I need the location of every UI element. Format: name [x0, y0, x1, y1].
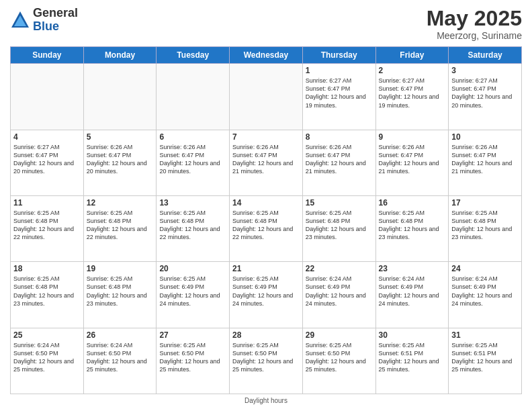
day-number: 6	[159, 132, 226, 142]
day-info: Sunrise: 6:27 AM Sunset: 6:47 PM Dayligh…	[451, 77, 519, 109]
logo: General Blue	[10, 7, 78, 34]
calendar-cell: 19Sunrise: 6:25 AM Sunset: 6:48 PM Dayli…	[83, 262, 157, 328]
calendar-cell: 8Sunrise: 6:26 AM Sunset: 6:47 PM Daylig…	[302, 130, 375, 195]
day-number: 23	[379, 264, 446, 273]
calendar-cell: 7Sunrise: 6:26 AM Sunset: 6:47 PM Daylig…	[230, 130, 303, 195]
col-header-sunday: Sunday	[11, 47, 84, 64]
header: General Blue May 2025 Meerzorg, Suriname	[10, 7, 522, 41]
day-number: 25	[13, 330, 81, 340]
day-info: Sunrise: 6:25 AM Sunset: 6:49 PM Dayligh…	[159, 275, 226, 308]
calendar-cell: 26Sunrise: 6:24 AM Sunset: 6:50 PM Dayli…	[83, 328, 157, 394]
calendar-table: SundayMondayTuesdayWednesdayThursdayFrid…	[10, 46, 522, 394]
day-info: Sunrise: 6:25 AM Sunset: 6:48 PM Dayligh…	[159, 209, 226, 242]
day-number: 31	[451, 330, 519, 340]
calendar-cell: 31Sunrise: 6:25 AM Sunset: 6:51 PM Dayli…	[449, 328, 522, 394]
day-number: 29	[306, 330, 373, 340]
day-info: Sunrise: 6:25 AM Sunset: 6:48 PM Dayligh…	[13, 209, 81, 242]
footer-text: Daylight hours	[245, 397, 287, 404]
page: General Blue May 2025 Meerzorg, Suriname…	[0, 0, 532, 411]
day-number: 30	[379, 330, 446, 340]
day-info: Sunrise: 6:24 AM Sunset: 6:50 PM Dayligh…	[87, 341, 154, 374]
day-info: Sunrise: 6:25 AM Sunset: 6:50 PM Dayligh…	[232, 341, 300, 374]
day-info: Sunrise: 6:25 AM Sunset: 6:48 PM Dayligh…	[306, 209, 373, 242]
day-info: Sunrise: 6:25 AM Sunset: 6:51 PM Dayligh…	[451, 341, 519, 374]
footer: Daylight hours	[10, 394, 522, 404]
month-title: May 2025	[427, 7, 522, 30]
day-info: Sunrise: 6:27 AM Sunset: 6:47 PM Dayligh…	[13, 143, 81, 176]
day-number: 20	[159, 264, 226, 273]
day-number: 15	[306, 198, 373, 208]
col-header-saturday: Saturday	[449, 47, 522, 64]
col-header-monday: Monday	[83, 47, 157, 64]
day-info: Sunrise: 6:24 AM Sunset: 6:50 PM Dayligh…	[13, 341, 81, 374]
day-number: 22	[306, 264, 373, 273]
day-info: Sunrise: 6:25 AM Sunset: 6:48 PM Dayligh…	[379, 209, 446, 242]
day-number: 2	[379, 66, 446, 75]
day-number: 27	[159, 330, 226, 340]
calendar-cell: 5Sunrise: 6:26 AM Sunset: 6:47 PM Daylig…	[83, 130, 157, 195]
day-number: 18	[13, 264, 81, 273]
day-number: 1	[306, 66, 373, 75]
day-number: 4	[13, 132, 81, 142]
day-info: Sunrise: 6:25 AM Sunset: 6:48 PM Dayligh…	[232, 209, 300, 242]
day-info: Sunrise: 6:26 AM Sunset: 6:47 PM Dayligh…	[159, 143, 226, 176]
day-info: Sunrise: 6:27 AM Sunset: 6:47 PM Dayligh…	[379, 77, 446, 109]
col-header-friday: Friday	[375, 47, 449, 64]
calendar-cell: 3Sunrise: 6:27 AM Sunset: 6:47 PM Daylig…	[449, 64, 522, 130]
logo-general-text: General	[33, 7, 78, 20]
day-info: Sunrise: 6:24 AM Sunset: 6:49 PM Dayligh…	[306, 275, 373, 308]
day-number: 14	[232, 198, 300, 208]
calendar-cell: 4Sunrise: 6:27 AM Sunset: 6:47 PM Daylig…	[11, 130, 84, 195]
day-info: Sunrise: 6:26 AM Sunset: 6:47 PM Dayligh…	[87, 143, 154, 176]
day-number: 19	[87, 264, 154, 273]
day-number: 17	[451, 198, 519, 208]
day-number: 28	[232, 330, 300, 340]
day-number: 24	[451, 264, 519, 273]
day-info: Sunrise: 6:25 AM Sunset: 6:50 PM Dayligh…	[159, 341, 226, 374]
calendar-cell: 27Sunrise: 6:25 AM Sunset: 6:50 PM Dayli…	[157, 328, 230, 394]
day-number: 5	[87, 132, 154, 142]
day-info: Sunrise: 6:25 AM Sunset: 6:48 PM Dayligh…	[451, 209, 519, 242]
day-info: Sunrise: 6:26 AM Sunset: 6:47 PM Dayligh…	[379, 143, 446, 176]
calendar-cell: 12Sunrise: 6:25 AM Sunset: 6:48 PM Dayli…	[83, 195, 157, 261]
day-info: Sunrise: 6:25 AM Sunset: 6:48 PM Dayligh…	[13, 275, 81, 308]
title-block: May 2025 Meerzorg, Suriname	[427, 7, 522, 41]
day-info: Sunrise: 6:25 AM Sunset: 6:48 PM Dayligh…	[87, 209, 154, 242]
col-header-tuesday: Tuesday	[157, 47, 230, 64]
calendar-cell	[157, 64, 230, 130]
calendar-cell: 21Sunrise: 6:25 AM Sunset: 6:49 PM Dayli…	[230, 262, 303, 328]
calendar-cell: 15Sunrise: 6:25 AM Sunset: 6:48 PM Dayli…	[302, 195, 375, 261]
calendar-cell: 17Sunrise: 6:25 AM Sunset: 6:48 PM Dayli…	[449, 195, 522, 261]
calendar-cell: 14Sunrise: 6:25 AM Sunset: 6:48 PM Dayli…	[230, 195, 303, 261]
calendar-cell: 22Sunrise: 6:24 AM Sunset: 6:49 PM Dayli…	[302, 262, 375, 328]
calendar-cell	[230, 64, 303, 130]
day-info: Sunrise: 6:25 AM Sunset: 6:50 PM Dayligh…	[306, 341, 373, 374]
logo-blue-text: Blue	[33, 20, 78, 34]
day-info: Sunrise: 6:26 AM Sunset: 6:47 PM Dayligh…	[451, 143, 519, 176]
calendar-cell	[11, 64, 84, 130]
calendar-cell: 18Sunrise: 6:25 AM Sunset: 6:48 PM Dayli…	[11, 262, 84, 328]
day-number: 26	[87, 330, 154, 340]
col-header-wednesday: Wednesday	[230, 47, 303, 64]
day-number: 13	[159, 198, 226, 208]
calendar-cell: 1Sunrise: 6:27 AM Sunset: 6:47 PM Daylig…	[302, 64, 375, 130]
calendar-cell: 9Sunrise: 6:26 AM Sunset: 6:47 PM Daylig…	[375, 130, 449, 195]
day-number: 3	[451, 66, 519, 75]
calendar-cell: 2Sunrise: 6:27 AM Sunset: 6:47 PM Daylig…	[375, 64, 449, 130]
day-info: Sunrise: 6:25 AM Sunset: 6:48 PM Dayligh…	[87, 275, 154, 308]
calendar-cell: 13Sunrise: 6:25 AM Sunset: 6:48 PM Dayli…	[157, 195, 230, 261]
day-info: Sunrise: 6:26 AM Sunset: 6:47 PM Dayligh…	[232, 143, 300, 176]
calendar-cell: 11Sunrise: 6:25 AM Sunset: 6:48 PM Dayli…	[11, 195, 84, 261]
calendar-cell: 24Sunrise: 6:24 AM Sunset: 6:49 PM Dayli…	[449, 262, 522, 328]
day-info: Sunrise: 6:25 AM Sunset: 6:51 PM Dayligh…	[379, 341, 446, 374]
day-info: Sunrise: 6:24 AM Sunset: 6:49 PM Dayligh…	[451, 275, 519, 308]
logo-icon	[10, 10, 30, 30]
logo-text: General Blue	[33, 7, 78, 34]
calendar-cell: 20Sunrise: 6:25 AM Sunset: 6:49 PM Dayli…	[157, 262, 230, 328]
day-number: 10	[451, 132, 519, 142]
calendar-cell: 6Sunrise: 6:26 AM Sunset: 6:47 PM Daylig…	[157, 130, 230, 195]
day-number: 8	[306, 132, 373, 142]
day-number: 7	[232, 132, 300, 142]
day-info: Sunrise: 6:25 AM Sunset: 6:49 PM Dayligh…	[232, 275, 300, 308]
calendar-cell: 29Sunrise: 6:25 AM Sunset: 6:50 PM Dayli…	[302, 328, 375, 394]
